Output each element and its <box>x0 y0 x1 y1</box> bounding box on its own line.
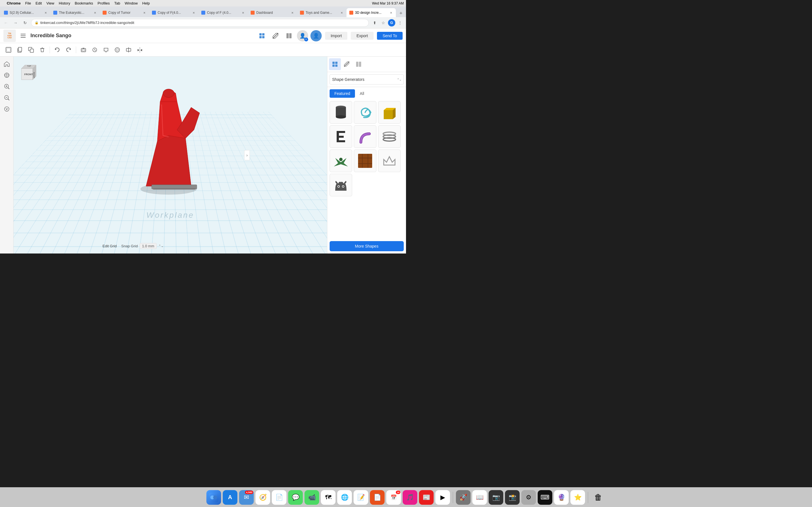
shapes-panel-button[interactable] <box>283 30 295 41</box>
extension-button[interactable]: ⋮ <box>396 19 404 26</box>
redo-button[interactable] <box>63 45 73 55</box>
send-to-button[interactable]: Send To <box>377 32 403 40</box>
import-button[interactable]: Import <box>325 32 348 40</box>
tab-close-7[interactable]: ✕ <box>389 11 393 15</box>
svg-rect-43 <box>335 62 338 64</box>
zoom-out-button[interactable] <box>2 93 12 103</box>
tab-close-3[interactable]: ✕ <box>192 11 196 15</box>
svg-point-16 <box>115 48 119 52</box>
menu-window[interactable]: Window <box>124 1 138 5</box>
menu-profiles[interactable]: Profiles <box>98 1 110 5</box>
snap-value[interactable]: 1.0 mm <box>140 243 157 249</box>
tab-close-6[interactable]: ✕ <box>340 11 344 15</box>
shape-item-monster[interactable] <box>329 174 352 196</box>
delete-button[interactable] <box>37 45 47 55</box>
notes-button[interactable] <box>90 45 100 55</box>
url-bar[interactable]: 🔒 tinkercad.com/things/2jUMe7MRb7J-incre… <box>31 19 369 27</box>
copy-button[interactable] <box>15 45 25 55</box>
undo-button[interactable] <box>52 45 62 55</box>
refresh-button[interactable]: ↻ <box>21 19 29 26</box>
shape-item-bird[interactable] <box>329 150 352 172</box>
fit-view-button[interactable] <box>2 104 12 114</box>
shapes-list-button[interactable] <box>353 58 364 70</box>
shape-item-stacked-rings[interactable] <box>378 125 401 148</box>
shape-item-curved-pipe[interactable] <box>354 125 376 148</box>
shape-item-letter-e[interactable] <box>329 125 352 148</box>
shape-item-cylinder[interactable] <box>329 101 352 124</box>
menu-chrome[interactable]: Chrome <box>7 1 20 5</box>
profile-avatar[interactable]: 👤 <box>310 30 322 41</box>
tab-close-2[interactable]: ✕ <box>142 11 146 15</box>
svg-rect-46 <box>356 62 358 67</box>
menu-help[interactable]: Help <box>142 1 150 5</box>
tab-5[interactable]: Dashboard ✕ <box>248 8 297 17</box>
svg-point-57 <box>339 158 343 161</box>
orientation-cube[interactable]: FRONT RIGHT TOP <box>19 62 39 82</box>
tab-6[interactable]: Toys and Game... ✕ <box>297 8 347 17</box>
featured-tab[interactable]: Featured <box>329 89 355 98</box>
back-button[interactable]: ← <box>2 19 10 26</box>
tab-0[interactable]: S(2.9) Cellular... ✕ <box>1 8 50 17</box>
shape-generators-select[interactable]: Shape Generators <box>329 74 404 84</box>
new-design-button[interactable] <box>3 45 13 55</box>
tab-close-1[interactable]: ✕ <box>93 11 97 15</box>
orbit-button[interactable] <box>2 70 12 80</box>
shape-item-crown[interactable] <box>378 150 401 172</box>
menu-history[interactable]: History <box>59 1 70 5</box>
new-tab-button[interactable]: + <box>397 9 405 17</box>
menu-edit[interactable]: Edit <box>36 1 42 5</box>
menu-view[interactable]: View <box>46 1 54 5</box>
all-tab[interactable]: All <box>355 89 369 98</box>
menu-bookmarks[interactable]: Bookmarks <box>75 1 93 5</box>
url-text: tinkercad.com/things/2jUMe7MRb7J-incredi… <box>40 20 134 25</box>
shape-item-box[interactable] <box>378 101 401 124</box>
shape-item-spiral[interactable] <box>354 101 376 124</box>
svg-rect-45 <box>335 64 338 67</box>
tab-7[interactable]: 3D design Incre... ✕ <box>347 8 396 17</box>
duplicate-button[interactable] <box>26 45 36 55</box>
forward-button[interactable]: → <box>12 19 19 26</box>
menu-tab[interactable]: Tab <box>114 1 120 5</box>
tab-close-4[interactable]: ✕ <box>241 11 245 15</box>
ruler-view-button[interactable] <box>270 30 281 41</box>
viewport[interactable]: FRONT RIGHT TOP <box>13 57 327 253</box>
export-button[interactable]: Export <box>351 32 373 40</box>
ruler-panel-button[interactable] <box>341 58 353 70</box>
menu-file[interactable]: File <box>25 1 31 5</box>
edit-grid-label[interactable]: Edit Grid <box>103 244 117 248</box>
bookmark-button[interactable]: ☆ <box>379 19 387 26</box>
shape-item-grid-pattern[interactable] <box>354 150 376 172</box>
camera-button[interactable] <box>79 45 89 55</box>
more-shapes-button[interactable]: More Shapes <box>329 241 404 251</box>
tinkercad-logo[interactable]: TINKERCAD <box>3 30 16 42</box>
shape-grid <box>327 99 406 239</box>
tab-close-0[interactable]: ✕ <box>44 11 48 15</box>
grid-view-button[interactable] <box>256 30 267 41</box>
speech-button[interactable] <box>101 45 111 55</box>
tab-4[interactable]: Copy of F (4.0... ✕ <box>199 8 248 17</box>
right-panel: Shape Generators Featured All <box>327 57 406 253</box>
menu-bar: Chrome File Edit View History Bookmarks … <box>0 0 406 6</box>
share-button[interactable]: ⬆ <box>371 19 378 26</box>
snap-arrows[interactable]: ⌃⌄ <box>158 244 163 248</box>
tab-2[interactable]: Copy of Tumor ✕ <box>100 8 149 17</box>
hamburger-menu[interactable] <box>19 32 27 40</box>
chrome-profile-button[interactable]: G <box>388 19 395 26</box>
tab-1[interactable]: The Eukaryotic... ✕ <box>50 8 100 17</box>
snap-grid-label: Snap Grid <box>121 244 138 248</box>
group-button[interactable] <box>112 45 122 55</box>
svg-point-39 <box>163 89 174 98</box>
panel-collapse-arrow[interactable]: › <box>244 150 250 160</box>
toolbar-divider-2 <box>76 47 76 53</box>
home-view-button[interactable] <box>2 59 12 69</box>
svg-point-31 <box>4 107 9 111</box>
svg-text:TOP: TOP <box>27 65 31 67</box>
zoom-in-button[interactable] <box>2 81 12 92</box>
grid-panel-button[interactable] <box>329 58 341 70</box>
add-user-button[interactable]: 👤 + <box>297 30 308 41</box>
tab-close-5[interactable]: ✕ <box>290 11 294 15</box>
tab-3[interactable]: Copy of F(4.0... ✕ <box>149 8 199 17</box>
align-button[interactable] <box>123 45 134 55</box>
svg-rect-2 <box>259 36 262 38</box>
mirror-button[interactable] <box>135 45 145 55</box>
